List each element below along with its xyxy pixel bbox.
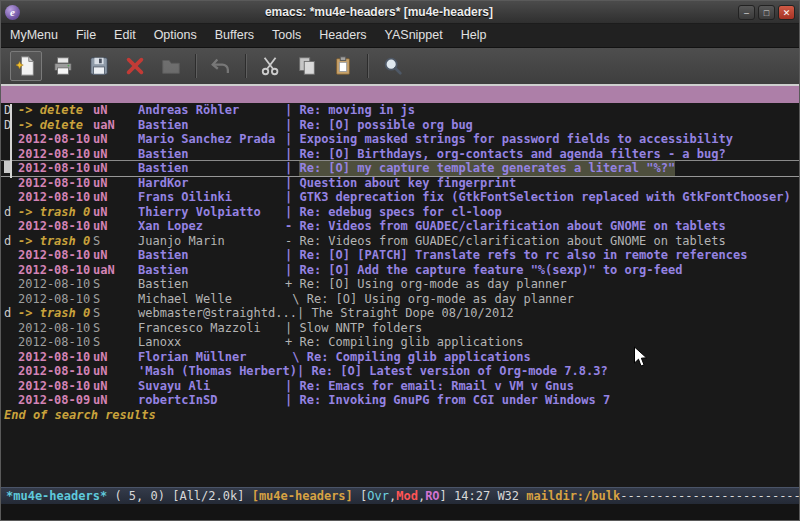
modeline-segment: [mu4e-headers] bbox=[252, 489, 360, 503]
close-buffer-button[interactable] bbox=[120, 52, 150, 80]
message-row[interactable]: 2012-08-10SBastien+ Re: [O] Using org-mo… bbox=[1, 277, 799, 292]
message-row[interactable]: 2012-08-10uaNBastien| Re: [O] Add the ca… bbox=[1, 263, 799, 278]
copy-button[interactable] bbox=[292, 52, 322, 80]
paste-button[interactable] bbox=[328, 52, 358, 80]
menu-help[interactable]: Help bbox=[452, 24, 496, 47]
menu-yasnippet[interactable]: YASnippet bbox=[376, 24, 452, 47]
date-cell: -> trash 0 bbox=[18, 306, 93, 321]
minibuffer[interactable] bbox=[1, 504, 799, 520]
message-row[interactable]: 2012-08-10uNHardKor| Question about key … bbox=[1, 176, 799, 191]
modeline-segment: *mu4e-headers* bbox=[6, 489, 107, 503]
thread-indicator: | bbox=[297, 364, 311, 379]
subject-text: Re: edebug specs for cl-loop bbox=[299, 205, 501, 220]
clipboard-paste-icon bbox=[332, 55, 354, 77]
message-row[interactable]: D-> deleteuNAndreas Röhler| Re: moving i… bbox=[1, 103, 799, 118]
menu-edit[interactable]: Edit bbox=[105, 24, 145, 47]
message-row[interactable]: 2012-08-10uNBastien| Re: [O] [PATCH] Tra… bbox=[1, 248, 799, 263]
date-cell: -> trash 0 bbox=[18, 234, 93, 249]
message-row[interactable]: d-> trash 0uNThierry Volpiatto| Re: edeb… bbox=[1, 205, 799, 220]
message-row[interactable]: 2012-08-10uNBastien| Re: [O] my capture … bbox=[1, 161, 799, 176]
message-row[interactable]: 2012-08-10uNSuvayu Ali| Re: Emacs for em… bbox=[1, 379, 799, 394]
title-bar[interactable]: e emacs: *mu4e-headers* [mu4e-headers] –… bbox=[1, 1, 799, 24]
from-cell: webmaster@straightd... bbox=[138, 306, 297, 321]
subject-text: Re: Compiling glib applications bbox=[307, 350, 531, 365]
message-row[interactable]: D-> deleteuaNBastien| Re: [O] possible o… bbox=[1, 118, 799, 133]
menu-mymenu[interactable]: MyMenu bbox=[1, 24, 67, 47]
date-cell: 2012-08-09 bbox=[18, 393, 93, 408]
mark-cell: d bbox=[4, 234, 18, 249]
thread-indicator: + bbox=[285, 335, 299, 350]
thread-indicator: | bbox=[285, 176, 299, 191]
from-cell: Lanoxx bbox=[138, 335, 285, 350]
menu-headers[interactable]: Headers bbox=[310, 24, 375, 47]
menu-buffers[interactable]: Buffers bbox=[206, 24, 263, 47]
message-row[interactable]: d-> trash 0Swebmaster@straightd...| The … bbox=[1, 306, 799, 321]
date-cell: 2012-08-10 bbox=[18, 263, 93, 278]
print-button[interactable] bbox=[48, 52, 78, 80]
subject-text: Re: [O] Latest version of Org-mode 7.8.3… bbox=[311, 364, 607, 379]
subject-text: Re: [O] Add the capture feature "%(sexp)… bbox=[299, 263, 682, 278]
message-row[interactable]: 2012-08-09uNrobertcInSD| Re: Invoking Gn… bbox=[1, 393, 799, 408]
subject-cell: \ Re: [O] Using org-mode as day planner bbox=[285, 292, 574, 307]
from-cell: Florian Müllner bbox=[138, 350, 285, 365]
new-document-button[interactable] bbox=[10, 51, 42, 81]
date-cell: 2012-08-10 bbox=[18, 292, 93, 307]
flags-cell: uN bbox=[93, 379, 138, 394]
subject-text: Slow NNTP folders bbox=[299, 321, 422, 336]
toolbar-separator bbox=[245, 54, 247, 78]
menu-file[interactable]: File bbox=[67, 24, 105, 47]
thread-indicator: | bbox=[285, 103, 299, 118]
date-cell: 2012-08-10 bbox=[18, 350, 93, 365]
flags-cell: uN bbox=[93, 103, 138, 118]
subject-cell: | Re: [O] my capture template generates … bbox=[285, 161, 675, 176]
thread-indicator: | bbox=[285, 248, 299, 263]
emacs-window: e emacs: *mu4e-headers* [mu4e-headers] –… bbox=[0, 0, 800, 521]
floppy-save-icon bbox=[88, 55, 110, 77]
minimize-button[interactable]: – bbox=[738, 5, 755, 20]
close-button[interactable]: ✕ bbox=[778, 5, 795, 20]
message-row[interactable]: 2012-08-10SMichael Welle \ Re: [O] Using… bbox=[1, 292, 799, 307]
subject-text: Re: [O] Using org-mode as day planner bbox=[299, 277, 566, 292]
message-row[interactable]: d-> trash 0SJuanjo Marin- Re: Videos fro… bbox=[1, 234, 799, 249]
maximize-button[interactable]: □ bbox=[758, 5, 775, 20]
subject-cell: | Exposing masked strings for password f… bbox=[285, 132, 733, 147]
cut-button[interactable] bbox=[256, 52, 286, 80]
mark-cell: d bbox=[4, 306, 18, 321]
message-row[interactable]: 2012-08-10uNFlorian Müllner \ Re: Compil… bbox=[1, 350, 799, 365]
undo-button-disabled[interactable] bbox=[206, 52, 236, 80]
date-cell: 2012-08-10 bbox=[18, 321, 93, 336]
date-cell: 2012-08-10 bbox=[18, 277, 93, 292]
date-cell: -> delete bbox=[18, 118, 93, 133]
thread-indicator: | bbox=[285, 190, 299, 205]
date-cell: 2012-08-10 bbox=[18, 190, 93, 205]
scissors-cut-icon bbox=[260, 55, 282, 77]
from-cell: Andreas Röhler bbox=[138, 103, 285, 118]
menu-tools[interactable]: Tools bbox=[263, 24, 310, 47]
open-folder-button-disabled[interactable] bbox=[156, 52, 186, 80]
thread-indicator: \ bbox=[285, 292, 307, 307]
subject-cell: | Re: Invoking GnuPG from CGI under Wind… bbox=[285, 393, 610, 408]
message-row[interactable]: 2012-08-10uNXan Lopez- Re: Videos from G… bbox=[1, 219, 799, 234]
message-row[interactable]: 2012-08-10uN'Mash (Thomas Herbert)| Re: … bbox=[1, 364, 799, 379]
message-row[interactable]: 2012-08-10uNFrans Oilinki| GTK3 deprecat… bbox=[1, 190, 799, 205]
subject-text: Re: Videos from GUADEC/clarification abo… bbox=[299, 234, 725, 249]
menu-options[interactable]: Options bbox=[145, 24, 206, 47]
flags-cell: uN bbox=[93, 205, 138, 220]
subject-text: GTK3 deprecation fix (GtkFontSelection r… bbox=[299, 190, 790, 205]
search-button[interactable] bbox=[378, 52, 408, 80]
date-cell: -> trash 0 bbox=[18, 205, 93, 220]
message-row[interactable]: 2012-08-10uNBastien| Re: [O] Birthdays, … bbox=[1, 147, 799, 162]
from-cell: Bastien bbox=[138, 248, 285, 263]
thread-indicator: + bbox=[285, 277, 299, 292]
flags-cell: uN bbox=[93, 219, 138, 234]
message-row[interactable]: 2012-08-10SFrancesco Mazzoli| Slow NNTP … bbox=[1, 321, 799, 336]
date-cell: 2012-08-10 bbox=[18, 161, 93, 176]
subject-text: Re: [O] possible org bug bbox=[299, 118, 472, 133]
thread-indicator: - bbox=[285, 219, 299, 234]
save-button[interactable] bbox=[84, 52, 114, 80]
modeline-segment: [All/2.0k] bbox=[172, 489, 251, 503]
toolbar-separator bbox=[367, 54, 369, 78]
scrollbar-thumb[interactable] bbox=[10, 104, 12, 178]
message-row[interactable]: 2012-08-10uNMario Sanchez Prada| Exposin… bbox=[1, 132, 799, 147]
message-row[interactable]: 2012-08-10SLanoxx+ Re: Compiling glib ap… bbox=[1, 335, 799, 350]
